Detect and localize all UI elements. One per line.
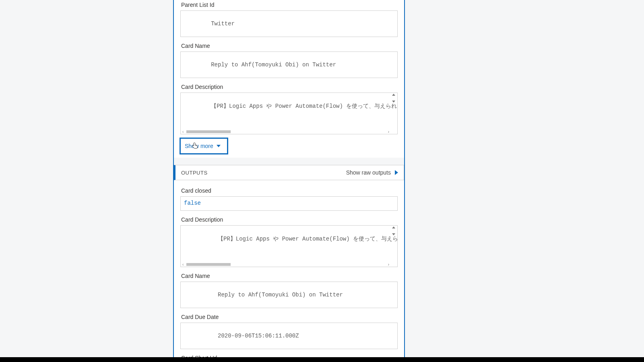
scrollbar-thumb[interactable]: [186, 263, 231, 266]
outputs-title: OUTPUTS: [181, 170, 208, 176]
chevron-up-icon: [392, 94, 395, 96]
chevron-right-icon: [395, 170, 398, 175]
outputs-section: OUTPUTS Show raw outputs Card closed fal…: [174, 165, 404, 362]
field-label: Card closed: [181, 187, 398, 194]
chevron-up-icon: [392, 226, 395, 228]
horizontal-scrollbar[interactable]: ‹ ›: [182, 263, 389, 266]
parent-list-id-value[interactable]: Twitter: [180, 10, 398, 37]
vertical-scrollbar[interactable]: [390, 226, 397, 235]
chevron-down-icon: [392, 101, 395, 103]
card-due-date-value[interactable]: 2020-09-06T15:06:11.000Z: [180, 323, 398, 349]
card-name-value[interactable]: Reply to Ahf(Tomoyuki Obi) on Twitter: [180, 51, 398, 78]
value-text: 【PR】Logic Apps や Power Automate(Flow) を使…: [211, 103, 398, 109]
value-text: false: [184, 200, 201, 206]
scrollbar-thumb[interactable]: [186, 130, 231, 133]
field-label: Card Description: [181, 84, 398, 90]
value-text: Reply to Ahf(Tomoyuki Obi) on Twitter: [218, 292, 343, 298]
field-label: Card Name: [181, 273, 398, 279]
field-label: Card Due Date: [181, 314, 398, 320]
card-closed-value[interactable]: false: [180, 196, 398, 211]
card-description-value[interactable]: 【PR】Logic Apps や Power Automate(Flow) を使…: [180, 225, 398, 267]
field-label: Parent List Id: [181, 2, 398, 8]
action-run-detail-panel: Parent List Id Twitter Card Name Reply t…: [173, 0, 405, 362]
window-bottom-bar: [0, 357, 644, 362]
field-label: Card Description: [181, 216, 398, 223]
chevron-down-icon: [217, 145, 221, 147]
chevron-left-icon: ‹: [182, 130, 184, 133]
show-more-label: Show more: [185, 143, 213, 149]
outputs-header: OUTPUTS Show raw outputs: [174, 165, 404, 180]
value-text: Twitter: [211, 21, 235, 27]
vertical-scrollbar[interactable]: [390, 94, 397, 103]
field-label: Card Name: [181, 43, 398, 49]
value-text: 【PR】Logic Apps や Power Automate(Flow) を使…: [218, 236, 398, 242]
section-separator: [174, 158, 404, 165]
value-text: 2020-09-06T15:06:11.000Z: [218, 333, 299, 339]
chevron-left-icon: ‹: [182, 263, 184, 266]
show-more-inputs-button[interactable]: Show more: [180, 138, 228, 154]
inputs-section: Parent List Id Twitter Card Name Reply t…: [174, 2, 404, 158]
chevron-down-icon: [392, 233, 395, 235]
card-name-value[interactable]: Reply to Ahf(Tomoyuki Obi) on Twitter: [180, 282, 398, 308]
card-description-value[interactable]: 【PR】Logic Apps や Power Automate(Flow) を使…: [180, 93, 398, 134]
value-text: Reply to Ahf(Tomoyuki Obi) on Twitter: [211, 62, 336, 68]
horizontal-scrollbar[interactable]: ‹ ›: [182, 130, 389, 133]
show-raw-outputs-label: Show raw outputs: [346, 169, 391, 176]
chevron-right-icon: ›: [388, 130, 389, 133]
chevron-right-icon: ›: [388, 263, 389, 266]
show-raw-outputs-link[interactable]: Show raw outputs: [346, 169, 398, 176]
